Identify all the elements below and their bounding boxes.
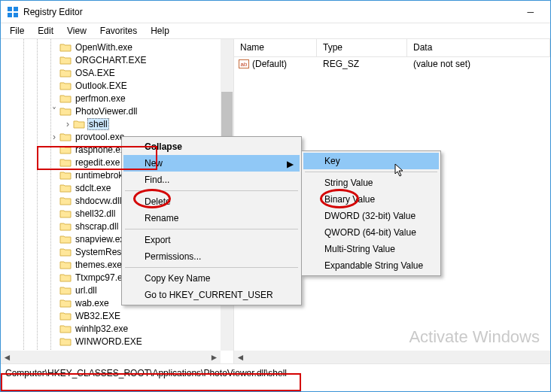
ctx-new-dword[interactable]: DWORD (32-bit) Value bbox=[303, 208, 439, 224]
col-type[interactable]: Type bbox=[317, 39, 407, 56]
expander-icon[interactable]: › bbox=[62, 119, 73, 129]
tree-item-label: PhotoViewer.dll bbox=[74, 106, 139, 117]
svg-rect-1 bbox=[14, 7, 18, 11]
ctx-new-qword[interactable]: QWORD (64-bit) Value bbox=[303, 224, 439, 241]
tree-item[interactable]: Outlook.EXE bbox=[4, 79, 233, 92]
tree-item-label: sdclt.exe bbox=[74, 183, 112, 193]
ctx-permissions[interactable]: Permissions... bbox=[123, 248, 300, 265]
folder-icon bbox=[59, 81, 72, 91]
folder-icon bbox=[59, 196, 72, 206]
tree-item-label: url.dll bbox=[74, 285, 99, 296]
tree-item[interactable]: ORGCHART.EXE bbox=[4, 53, 233, 66]
ctx-copy-key-name[interactable]: Copy Key Name bbox=[123, 270, 300, 287]
svg-rect-0 bbox=[8, 7, 12, 11]
tree-item-label: WB32.EXE bbox=[74, 311, 122, 321]
ctx-new-multistring[interactable]: Multi-String Value bbox=[303, 241, 439, 257]
tree-item-label: perfmon.exe bbox=[74, 93, 127, 104]
detail-scrollbar-horizontal[interactable]: ◄ bbox=[234, 351, 550, 363]
folder-icon bbox=[59, 68, 72, 78]
submenu-arrow-icon: ▶ bbox=[287, 159, 294, 169]
folder-icon bbox=[59, 208, 72, 219]
ctx-delete[interactable]: Delete bbox=[123, 193, 300, 210]
tree-item-label: OSA.EXE bbox=[74, 68, 117, 78]
string-value-icon: ab bbox=[239, 59, 249, 68]
ctx-find[interactable]: Find... bbox=[123, 172, 300, 188]
folder-icon bbox=[59, 234, 72, 245]
folder-icon bbox=[59, 221, 72, 232]
menu-view[interactable]: View bbox=[61, 24, 93, 38]
svg-rect-2 bbox=[8, 13, 12, 17]
context-menu-main[interactable]: Collapse New▶ Find... Delete Rename Expo… bbox=[121, 136, 302, 305]
folder-icon bbox=[59, 298, 72, 308]
folder-icon bbox=[59, 170, 72, 181]
tree-item-label: shscrap.dll bbox=[74, 221, 120, 232]
context-menu-new[interactable]: Key String Value Binary Value DWORD (32-… bbox=[301, 150, 441, 276]
tree-item[interactable]: WINWORD.EXE bbox=[4, 335, 233, 348]
folder-icon bbox=[59, 336, 72, 347]
tree-item-label: shdocvw.dll bbox=[74, 196, 123, 206]
tree-item-label: regedit.exe bbox=[74, 157, 121, 168]
detail-header[interactable]: Name Type Data bbox=[234, 39, 550, 57]
ctx-new-key[interactable]: Key bbox=[303, 153, 439, 169]
statusbar-path: Computer\HKEY_CLASSES_ROOT\Applications\… bbox=[5, 368, 287, 378]
tree-scrollbar-horizontal[interactable]: ◄► bbox=[1, 351, 221, 363]
folder-icon bbox=[59, 157, 72, 168]
folder-icon bbox=[59, 132, 72, 142]
statusbar: Computer\HKEY_CLASSES_ROOT\Applications\… bbox=[1, 363, 550, 381]
ctx-new-binary[interactable]: Binary Value bbox=[303, 191, 439, 208]
tree-item[interactable]: OpenWith.exe bbox=[4, 41, 233, 53]
tree-item-label: wab.exe bbox=[74, 298, 111, 308]
svg-rect-3 bbox=[14, 13, 18, 17]
value-type: REG_SZ bbox=[317, 59, 407, 69]
minimize-button[interactable]: ─ bbox=[516, 7, 544, 17]
tree-item[interactable]: perfmon.exe bbox=[4, 92, 233, 105]
ctx-goto-hkcu[interactable]: Go to HKEY_CURRENT_USER bbox=[123, 287, 300, 303]
folder-icon bbox=[59, 183, 72, 193]
tree-item[interactable]: ›shell bbox=[4, 117, 233, 130]
folder-icon bbox=[59, 93, 72, 104]
value-name: (Default) bbox=[252, 59, 287, 69]
tree-item-label: winhlp32.exe bbox=[74, 324, 129, 334]
titlebar: Registry Editor ─ bbox=[1, 1, 550, 23]
app-icon bbox=[7, 6, 19, 18]
window-title: Registry Editor bbox=[23, 7, 83, 17]
col-name[interactable]: Name bbox=[234, 39, 317, 56]
tree-item[interactable]: OSA.EXE bbox=[4, 66, 233, 79]
tree-item-label: provtool.exe bbox=[74, 132, 126, 142]
folder-icon bbox=[59, 144, 72, 155]
menu-favorites[interactable]: Favorites bbox=[94, 24, 143, 38]
folder-icon bbox=[59, 311, 72, 321]
ctx-new-expstring[interactable]: Expandable String Value bbox=[303, 257, 439, 274]
tree-item-label: OpenWith.exe bbox=[74, 42, 134, 53]
tree-item-label: themes.exe bbox=[74, 260, 123, 270]
ctx-new-string[interactable]: String Value bbox=[303, 175, 439, 191]
tree-item[interactable]: WB32.EXE bbox=[4, 309, 233, 322]
ctx-new[interactable]: New▶ bbox=[123, 155, 300, 172]
tree-item-label: ORGCHART.EXE bbox=[74, 55, 148, 65]
ctx-rename[interactable]: Rename bbox=[123, 210, 300, 226]
menubar: File Edit View Favorites Help bbox=[1, 23, 550, 38]
folder-icon bbox=[59, 55, 72, 65]
value-data: (value not set) bbox=[407, 59, 550, 69]
folder-icon bbox=[59, 106, 72, 117]
ctx-collapse[interactable]: Collapse bbox=[123, 138, 300, 155]
tree-item[interactable]: winhlp32.exe bbox=[4, 322, 233, 335]
folder-icon bbox=[59, 272, 72, 283]
tree-item-label: shell32.dll bbox=[74, 208, 117, 219]
tree-item[interactable]: ˅PhotoViewer.dll bbox=[4, 105, 233, 117]
col-data[interactable]: Data bbox=[407, 39, 550, 56]
tree-item-label: shell bbox=[87, 118, 109, 130]
folder-icon bbox=[59, 42, 72, 53]
menu-help[interactable]: Help bbox=[145, 24, 175, 38]
folder-icon bbox=[59, 324, 72, 334]
folder-icon bbox=[59, 247, 72, 257]
ctx-export[interactable]: Export bbox=[123, 232, 300, 248]
detail-row[interactable]: ab(Default)REG_SZ(value not set) bbox=[234, 57, 550, 71]
folder-icon bbox=[73, 119, 85, 129]
menu-file[interactable]: File bbox=[4, 24, 30, 38]
folder-icon bbox=[59, 260, 72, 270]
folder-icon bbox=[59, 285, 72, 296]
menu-edit[interactable]: Edit bbox=[32, 24, 59, 38]
tree-item-label: Outlook.EXE bbox=[74, 81, 129, 91]
tree-item-label: WINWORD.EXE bbox=[74, 336, 144, 347]
